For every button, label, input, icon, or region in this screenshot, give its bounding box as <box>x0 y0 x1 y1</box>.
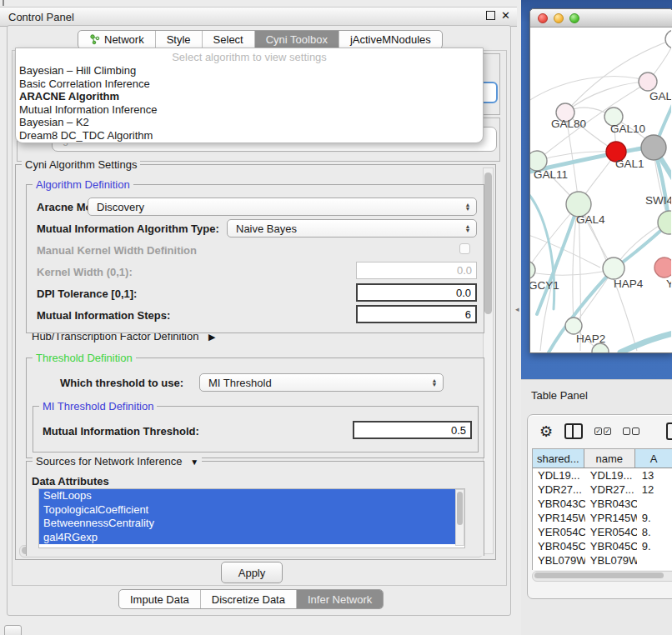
tab-cyni-toolbox[interactable]: Cyni Toolbox <box>255 31 339 48</box>
table-row[interactable]: YPR145W YPR145W 9. <box>533 511 672 525</box>
column-browser-icon[interactable] <box>564 423 583 439</box>
network-window: GAL80 GAL10 GAL1 GAL11 GAL4 SWI4 GCY1 HA… <box>529 8 672 353</box>
popup-item-dream8[interactable]: Dream8 DC_TDC Algorithm <box>16 129 483 142</box>
cell-name[interactable]: YLR345W <box>585 568 637 570</box>
cell-name[interactable]: YER054C <box>585 526 637 538</box>
control-panel-tabbar: Network Style Select Cyni Toolbox jActiv… <box>78 30 443 49</box>
cell-shared-name[interactable]: YLR345W <box>533 568 585 570</box>
cell-shared-name[interactable]: YDR27... <box>533 483 585 496</box>
minimize-traffic-light[interactable] <box>554 13 564 23</box>
mi-steps-field[interactable] <box>356 305 477 323</box>
zoom-traffic-light[interactable] <box>569 13 579 23</box>
settings-vertical-scrollbar-thumb[interactable] <box>484 172 492 314</box>
attr-item-topologicalcoefficient[interactable]: TopologicalCoefficient <box>39 503 464 518</box>
attr-item-selfloops[interactable]: SelfLoops <box>39 489 464 503</box>
cell-name[interactable]: YPR145W <box>585 512 637 524</box>
table-row[interactable]: YBL079W YBL079W <box>533 553 672 568</box>
minimized-panel-button[interactable] <box>4 625 22 635</box>
cell-value[interactable]: 13 <box>637 469 672 482</box>
cell-name[interactable]: YBL079W <box>585 554 637 567</box>
popup-item-bayesian-hill-climbing[interactable]: Bayesian – Hill Climbing <box>16 64 483 78</box>
which-threshold-combobox[interactable]: MI Threshold ▲▼ <box>199 373 444 392</box>
table-panel-title: Table Panel <box>531 389 588 402</box>
table-row[interactable]: YBR045C YBR045C 9. <box>533 539 672 553</box>
attr-item-betweennesscentrality[interactable]: BetweennessCentrality <box>39 517 464 531</box>
network-window-titlebar[interactable] <box>530 9 672 28</box>
popup-item-mutual-information[interactable]: Mutual Information Inference <box>16 103 483 117</box>
tab-infer-network[interactable]: Infer Network <box>297 590 383 608</box>
label-gcy1: GCY1 <box>530 279 559 292</box>
network-nodes <box>530 30 671 352</box>
table-function-icon[interactable] <box>666 422 672 440</box>
float-window-icon[interactable] <box>486 11 495 20</box>
column-header-clipped[interactable]: A <box>635 449 672 468</box>
cell-value[interactable]: 12 <box>637 483 672 496</box>
cell-name[interactable]: YBR045C <box>585 540 637 552</box>
gear-icon[interactable]: ⚙ <box>539 424 553 439</box>
tab-jactivemnodules[interactable]: jActiveMNodules <box>339 31 442 48</box>
deselect-all-icon[interactable] <box>623 428 639 435</box>
node-gray[interactable] <box>641 135 666 160</box>
kernel-width-label: Kernel Width (0,1): <box>37 266 133 278</box>
cell-shared-name[interactable]: YBR045C <box>533 540 585 552</box>
column-header-shared-name[interactable]: shared... <box>533 449 584 468</box>
apply-button[interactable]: Apply <box>221 562 283 583</box>
cell-value[interactable]: 9. <box>637 540 672 552</box>
cell-name[interactable]: YDL19... <box>585 469 637 482</box>
close-traffic-light[interactable] <box>538 13 548 23</box>
table-row[interactable]: YDL19... YDL19... 13 <box>533 468 672 482</box>
tab-style[interactable]: Style <box>156 31 203 48</box>
cell-value[interactable]: 9. <box>637 512 672 524</box>
table-row[interactable]: YBR043C YBR043C <box>533 497 672 511</box>
sources-group-title[interactable]: Sources for Network Inference ▼ <box>33 455 202 468</box>
close-icon[interactable]: ✕ <box>501 10 510 21</box>
node-gcy1[interactable] <box>530 261 535 279</box>
cell-shared-name[interactable]: YBR043C <box>533 498 585 510</box>
select-all-icon[interactable]: ✓ ✓ <box>594 428 611 435</box>
manual-kernel-checkbox[interactable] <box>459 243 470 254</box>
column-header-name[interactable]: name <box>584 449 635 468</box>
cell-shared-name[interactable]: YPR145W <box>533 512 585 524</box>
unchecked-checkbox-icon <box>632 428 639 435</box>
tab-discretize-data[interactable]: Discretize Data <box>201 590 297 608</box>
data-attributes-label: Data Attributes <box>32 475 109 488</box>
mi-type-combobox[interactable]: Naive Bayes ▲▼ <box>227 219 477 238</box>
table-horizontal-scrollbar-thumb[interactable] <box>534 572 664 578</box>
kernel-width-field[interactable] <box>356 262 477 279</box>
node-hap2[interactable] <box>565 318 582 334</box>
attr-list-scrollbar[interactable] <box>455 489 464 546</box>
cell-value[interactable]: 8. <box>637 526 672 538</box>
popup-item-aracne[interactable]: ARACNE Algorithm <box>16 90 483 103</box>
table-panel-container: ⚙ ✓ ✓ shared... name A YDL19... YDL19...… <box>527 414 672 599</box>
dpi-tolerance-field[interactable] <box>356 283 477 302</box>
cell-shared-name[interactable]: YBL079W <box>533 554 585 567</box>
unchecked-checkbox-icon <box>623 428 630 435</box>
network-node-labels: GAL80 GAL10 GAL1 GAL11 GAL4 SWI4 GCY1 HA… <box>530 90 671 345</box>
data-attributes-list: SelfLoops TopologicalCoefficient Between… <box>38 488 465 548</box>
tab-select[interactable]: Select <box>203 31 255 48</box>
node-gal-pink[interactable] <box>639 72 657 91</box>
mi-threshold-field[interactable] <box>353 421 472 439</box>
tab-impute-data[interactable]: Impute Data <box>119 590 201 608</box>
cell-name[interactable]: YBR043C <box>585 498 637 510</box>
cell-shared-name[interactable]: YDL19... <box>533 469 585 482</box>
tab-network[interactable]: Network <box>78 31 156 48</box>
popup-item-bayesian-k2[interactable]: Bayesian – K2 <box>16 116 483 129</box>
splitter-collapse-icon[interactable]: ◂ <box>515 305 519 313</box>
network-canvas[interactable]: GAL80 GAL10 GAL1 GAL11 GAL4 SWI4 GCY1 HA… <box>530 28 671 352</box>
attr-item-gal4rgexp[interactable]: gal4RGexp <box>39 531 464 545</box>
table-row[interactable]: YLR345W YLR345W 9. <box>533 568 672 570</box>
cell-value[interactable]: 9. <box>637 568 672 570</box>
node-salmon[interactable] <box>654 258 671 278</box>
aracne-mode-combobox[interactable]: Discovery ▲▼ <box>88 198 477 216</box>
node-hap4[interactable] <box>603 258 624 279</box>
cell-name[interactable]: YDR27... <box>585 483 637 496</box>
popup-item-basic-correlation[interactable]: Basic Correlation Inference <box>16 78 483 91</box>
table-horizontal-scrollbar[interactable] <box>532 571 672 582</box>
table-row[interactable]: YER054C YER054C 8. <box>533 525 672 539</box>
node-unlabeled-top[interactable] <box>665 30 671 48</box>
cell-shared-name[interactable]: YER054C <box>533 526 585 538</box>
tab-network-label: Network <box>104 33 144 46</box>
attr-list-scrollbar-thumb[interactable] <box>457 492 463 525</box>
table-row[interactable]: YDR27... YDR27... 12 <box>533 482 672 497</box>
